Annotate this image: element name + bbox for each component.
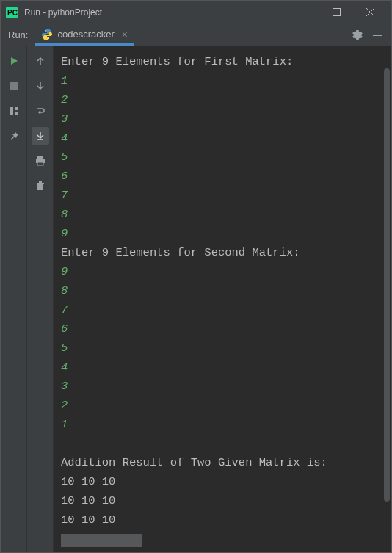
svg-point-7 [48,37,49,38]
pycharm-app-icon: PC [5,6,18,19]
hide-toolwindow-button[interactable] [369,27,385,43]
run-button[interactable] [5,52,23,70]
vertical-scrollbar[interactable] [384,68,390,502]
svg-rect-13 [15,112,18,115]
settings-button[interactable] [349,27,365,43]
svg-rect-12 [15,107,18,110]
svg-rect-22 [39,181,42,183]
output-line: 6 [61,319,384,339]
svg-rect-20 [37,162,43,165]
output-line: Enter 9 Elements for First Matrix: [61,52,384,71]
window-title: Run - pythonProject [24,7,286,18]
output-line: 5 [61,339,384,358]
output-line: 9 [61,224,384,243]
print-button[interactable] [32,152,49,170]
output-line: 8 [61,205,384,224]
scroll-down-button[interactable] [32,77,49,95]
svg-rect-11 [10,107,13,115]
output-line: 1 [61,415,384,434]
output-line: 4 [61,129,384,148]
svg-marker-9 [11,57,18,65]
output-line: 1 [61,71,384,90]
svg-text:PC: PC [7,9,18,17]
svg-rect-10 [10,82,18,90]
scroll-to-end-button[interactable] [32,127,49,145]
output-line: 5 [61,148,384,167]
output-line: Enter 9 Elements for Second Matrix: [61,243,384,262]
clear-button[interactable] [32,177,49,195]
output-line: 10 10 10 [61,510,384,529]
output-line: 2 [61,396,384,415]
scroll-up-button[interactable] [32,52,49,70]
svg-rect-23 [37,183,44,184]
maximize-button[interactable] [319,1,353,24]
python-file-icon [41,29,53,40]
close-tab-icon[interactable]: × [122,29,128,40]
run-tab-name: codescracker [57,29,114,40]
output-line: 8 [61,281,384,300]
output-line: 3 [61,377,384,396]
run-action-gutter [1,46,27,553]
console-output[interactable]: Enter 9 Elements for First Matrix: 12345… [54,46,391,553]
output-line: 3 [61,109,384,129]
window-titlebar: PC Run - pythonProject [1,1,391,24]
output-line: 4 [61,358,384,377]
output-line: 7 [61,186,384,205]
run-tab[interactable]: codescracker × [35,25,134,46]
svg-rect-21 [37,184,43,190]
output-line: 10 10 10 [61,491,384,510]
minimize-button[interactable] [286,1,319,24]
output-line: 7 [61,300,384,319]
run-toolwindow-header: Run: codescracker × [1,24,391,46]
window-controls [286,1,387,24]
soft-wrap-button[interactable] [32,102,49,120]
pin-button[interactable] [5,127,23,145]
run-label: Run: [8,29,28,40]
output-line: 6 [61,167,384,186]
svg-point-6 [46,30,46,31]
stop-button[interactable] [5,77,23,95]
output-line: Addition Result of Two Given Matrix is: [61,453,384,472]
svg-rect-3 [333,9,340,16]
run-body: Enter 9 Elements for First Matrix: 12345… [1,46,391,553]
svg-rect-18 [37,156,43,159]
output-line: 9 [61,262,384,281]
console-action-gutter [27,46,54,553]
close-button[interactable] [353,1,387,24]
console-caret [61,534,142,547]
output-line: 2 [61,90,384,109]
output-line: 10 10 10 [61,472,384,491]
output-line [61,434,384,453]
layout-button[interactable] [5,102,23,120]
